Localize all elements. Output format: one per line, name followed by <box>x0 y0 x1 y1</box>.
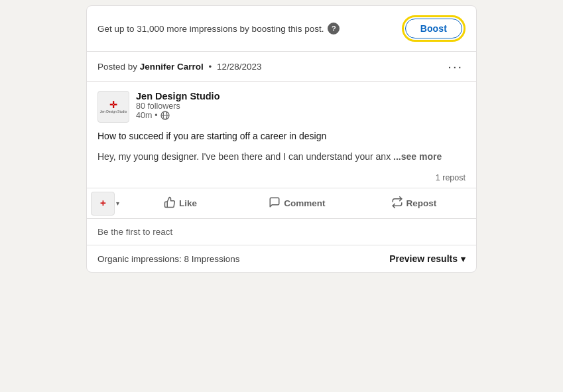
comment-icon <box>269 196 281 210</box>
post-body-text: Hey, my young designer. I've been there … <box>97 151 391 162</box>
post-time: 40m • <box>136 111 466 120</box>
separator-dot: • <box>206 62 214 72</box>
impressions-label: Organic impressions: <box>97 254 184 264</box>
preview-results-label: Preview results <box>389 253 458 264</box>
post-info: Jen Design Studio 80 followers 40m • <box>136 91 466 120</box>
logo-cross: ✛ <box>109 100 117 109</box>
company-avatar: ✛ Jen Design Studio <box>97 91 129 123</box>
more-options-button[interactable]: ··· <box>445 60 466 73</box>
post-body: Hey, my young designer. I've been there … <box>97 150 466 164</box>
chevron-down-icon: ▾ <box>461 254 466 264</box>
repost-label: Repost <box>407 198 437 208</box>
repost-count: 1 repost <box>97 170 466 188</box>
boost-btn-wrapper: Boost <box>402 15 466 42</box>
globe-icon <box>160 111 170 120</box>
action-avatar: ✛ <box>91 192 115 216</box>
like-label: Like <box>179 198 197 208</box>
impressions-text: Organic impressions: 8 Impressions <box>97 254 240 264</box>
action-bar: ✛ ▾ Like Comment <box>87 188 476 218</box>
boost-section: Get up to 31,000 more impressions by boo… <box>87 6 476 52</box>
repost-icon <box>391 196 403 210</box>
help-icon[interactable]: ? <box>328 23 340 34</box>
post-section: ✛ Jen Design Studio Jen Design Studio 80… <box>87 82 476 188</box>
see-more-link[interactable]: ...see more <box>393 151 442 162</box>
dropdown-arrow-icon[interactable]: ▾ <box>116 200 119 207</box>
react-section: Be the first to react <box>87 218 476 245</box>
post-title: How to succeed if you are starting off a… <box>97 129 466 143</box>
post-date: 12/28/2023 <box>217 62 262 72</box>
posted-by-info: Posted by Jennifer Carrol • 12/28/2023 <box>97 61 262 72</box>
posted-by-section: Posted by Jennifer Carrol • 12/28/2023 ·… <box>87 52 476 82</box>
boost-message: Get up to 31,000 more impressions by boo… <box>97 24 324 34</box>
comment-button[interactable]: Comment <box>239 191 355 216</box>
time-dot: • <box>155 111 157 120</box>
like-button[interactable]: Like <box>122 191 239 216</box>
comment-label: Comment <box>284 198 325 208</box>
feed-container: Get up to 31,000 more impressions by boo… <box>0 0 563 273</box>
action-logo-cross: ✛ <box>100 200 105 207</box>
time-value: 40m <box>136 111 152 120</box>
boost-button[interactable]: Boost <box>405 19 462 38</box>
posted-by-prefix: Posted by <box>97 62 140 72</box>
post-author: Jennifer Carrol <box>140 62 204 72</box>
impressions-count: 8 Impressions <box>184 254 240 264</box>
impressions-section: Organic impressions: 8 Impressions Previ… <box>87 245 476 272</box>
react-text: Be the first to react <box>97 227 172 237</box>
post-header: ✛ Jen Design Studio Jen Design Studio 80… <box>97 91 466 123</box>
action-avatar-group: ✛ ▾ <box>91 192 119 216</box>
boost-text: Get up to 31,000 more impressions by boo… <box>97 23 340 34</box>
posted-by-text: Posted by Jennifer Carrol • 12/28/2023 <box>97 62 262 72</box>
followers-count: 80 followers <box>136 101 466 111</box>
company-name: Jen Design Studio <box>136 91 466 101</box>
repost-button[interactable]: Repost <box>355 191 472 216</box>
preview-results-button[interactable]: Preview results ▾ <box>389 253 466 264</box>
like-icon <box>164 196 176 210</box>
post-card: Get up to 31,000 more impressions by boo… <box>86 5 477 273</box>
logo-text: Jen Design Studio <box>100 109 127 113</box>
